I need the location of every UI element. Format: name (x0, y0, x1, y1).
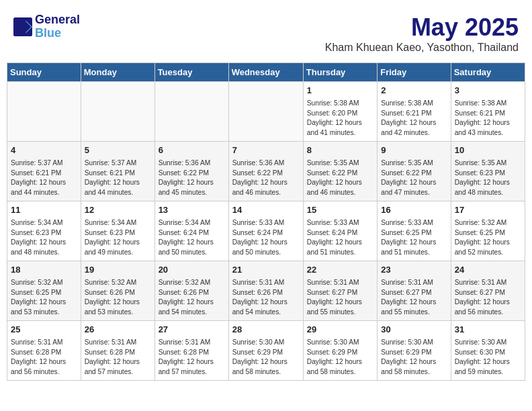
calendar-cell: 10Sunrise: 5:35 AM Sunset: 6:23 PM Dayli… (451, 141, 525, 201)
calendar-cell (81, 82, 154, 142)
day-number: 12 (85, 204, 151, 217)
day-number: 1 (307, 85, 373, 97)
calendar-cell: 28Sunrise: 5:30 AM Sunset: 6:29 PM Dayli… (228, 320, 303, 380)
svg-rect-0 (13, 17, 32, 36)
day-of-week-header: Thursday (303, 63, 377, 82)
day-number: 11 (11, 204, 77, 217)
day-content: Sunrise: 5:37 AM Sunset: 6:21 PM Dayligh… (11, 158, 77, 198)
day-content: Sunrise: 5:38 AM Sunset: 6:21 PM Dayligh… (455, 99, 521, 138)
day-of-week-header: Sunday (7, 63, 81, 82)
calendar-cell: 19Sunrise: 5:32 AM Sunset: 6:26 PM Dayli… (81, 261, 154, 320)
calendar-cell: 14Sunrise: 5:33 AM Sunset: 6:24 PM Dayli… (228, 201, 303, 261)
day-content: Sunrise: 5:36 AM Sunset: 6:22 PM Dayligh… (159, 158, 225, 198)
day-number: 4 (11, 144, 77, 157)
main-title: May 2025 (325, 13, 519, 42)
calendar-cell: 13Sunrise: 5:34 AM Sunset: 6:24 PM Dayli… (154, 201, 228, 261)
day-number: 23 (381, 264, 447, 277)
day-content: Sunrise: 5:32 AM Sunset: 6:26 PM Dayligh… (85, 278, 151, 318)
calendar-cell: 2Sunrise: 5:38 AM Sunset: 6:21 PM Daylig… (378, 82, 451, 142)
day-content: Sunrise: 5:31 AM Sunset: 6:27 PM Dayligh… (455, 278, 521, 318)
day-content: Sunrise: 5:31 AM Sunset: 6:26 PM Dayligh… (232, 278, 300, 318)
logo: General Blue (13, 13, 80, 40)
day-content: Sunrise: 5:38 AM Sunset: 6:20 PM Dayligh… (307, 99, 373, 138)
calendar-week-row: 25Sunrise: 5:31 AM Sunset: 6:28 PM Dayli… (7, 320, 525, 380)
day-number: 19 (85, 264, 151, 277)
calendar-week-row: 18Sunrise: 5:32 AM Sunset: 6:25 PM Dayli… (7, 261, 525, 320)
calendar-cell: 25Sunrise: 5:31 AM Sunset: 6:28 PM Dayli… (7, 320, 81, 380)
day-content: Sunrise: 5:32 AM Sunset: 6:25 PM Dayligh… (11, 278, 77, 318)
day-number: 24 (455, 264, 521, 277)
day-content: Sunrise: 5:34 AM Sunset: 6:23 PM Dayligh… (11, 218, 77, 258)
calendar-cell: 22Sunrise: 5:31 AM Sunset: 6:27 PM Dayli… (303, 261, 377, 320)
day-number: 10 (455, 144, 521, 157)
logo-icon (13, 17, 32, 36)
logo-text: General Blue (35, 13, 80, 40)
day-number: 6 (159, 144, 225, 157)
day-number: 8 (307, 144, 373, 157)
day-number: 22 (307, 264, 373, 277)
day-content: Sunrise: 5:38 AM Sunset: 6:21 PM Dayligh… (381, 99, 447, 138)
day-number: 16 (381, 204, 447, 217)
day-number: 18 (11, 264, 77, 277)
day-content: Sunrise: 5:31 AM Sunset: 6:27 PM Dayligh… (381, 278, 447, 318)
day-of-week-header: Tuesday (154, 63, 228, 82)
calendar-cell: 1Sunrise: 5:38 AM Sunset: 6:20 PM Daylig… (303, 82, 377, 142)
day-content: Sunrise: 5:30 AM Sunset: 6:29 PM Dayligh… (381, 338, 447, 377)
calendar-cell: 8Sunrise: 5:35 AM Sunset: 6:22 PM Daylig… (303, 141, 377, 201)
calendar-cell: 23Sunrise: 5:31 AM Sunset: 6:27 PM Dayli… (378, 261, 451, 320)
day-content: Sunrise: 5:30 AM Sunset: 6:29 PM Dayligh… (232, 338, 300, 377)
day-number: 5 (85, 144, 151, 157)
day-number: 13 (159, 204, 225, 217)
subtitle: Kham Khuean Kaeo, Yasothon, Thailand (325, 42, 519, 54)
calendar-cell: 18Sunrise: 5:32 AM Sunset: 6:25 PM Dayli… (7, 261, 81, 320)
day-number: 29 (307, 324, 373, 336)
calendar-cell: 6Sunrise: 5:36 AM Sunset: 6:22 PM Daylig… (154, 141, 228, 201)
day-number: 14 (232, 204, 300, 217)
day-content: Sunrise: 5:35 AM Sunset: 6:22 PM Dayligh… (307, 158, 373, 198)
day-number: 17 (455, 204, 521, 217)
day-content: Sunrise: 5:33 AM Sunset: 6:24 PM Dayligh… (307, 218, 373, 258)
calendar-cell: 7Sunrise: 5:36 AM Sunset: 6:22 PM Daylig… (228, 141, 303, 201)
calendar-cell: 17Sunrise: 5:32 AM Sunset: 6:25 PM Dayli… (451, 201, 525, 261)
day-number: 3 (455, 85, 521, 97)
day-number: 31 (455, 324, 521, 336)
day-of-week-header: Monday (81, 63, 154, 82)
day-number: 30 (381, 324, 447, 336)
calendar-week-row: 4Sunrise: 5:37 AM Sunset: 6:21 PM Daylig… (7, 141, 525, 201)
day-number: 7 (232, 144, 300, 157)
day-content: Sunrise: 5:37 AM Sunset: 6:21 PM Dayligh… (85, 158, 151, 198)
calendar-cell: 5Sunrise: 5:37 AM Sunset: 6:21 PM Daylig… (81, 141, 154, 201)
calendar-week-row: 11Sunrise: 5:34 AM Sunset: 6:23 PM Dayli… (7, 201, 525, 261)
day-number: 26 (85, 324, 151, 336)
calendar-cell: 26Sunrise: 5:31 AM Sunset: 6:28 PM Dayli… (81, 320, 154, 380)
calendar-week-row: 1Sunrise: 5:38 AM Sunset: 6:20 PM Daylig… (7, 82, 525, 142)
day-content: Sunrise: 5:34 AM Sunset: 6:23 PM Dayligh… (85, 218, 151, 258)
calendar-cell: 16Sunrise: 5:33 AM Sunset: 6:25 PM Dayli… (378, 201, 451, 261)
calendar-cell: 15Sunrise: 5:33 AM Sunset: 6:24 PM Dayli… (303, 201, 377, 261)
calendar-cell: 20Sunrise: 5:32 AM Sunset: 6:26 PM Dayli… (154, 261, 228, 320)
day-content: Sunrise: 5:30 AM Sunset: 6:29 PM Dayligh… (307, 338, 373, 377)
title-block: May 2025 Kham Khuean Kaeo, Yasothon, Tha… (325, 13, 519, 54)
day-content: Sunrise: 5:33 AM Sunset: 6:24 PM Dayligh… (232, 218, 300, 258)
day-of-week-header: Wednesday (228, 63, 303, 82)
calendar-cell: 3Sunrise: 5:38 AM Sunset: 6:21 PM Daylig… (451, 82, 525, 142)
day-number: 27 (159, 324, 225, 336)
day-content: Sunrise: 5:31 AM Sunset: 6:28 PM Dayligh… (85, 338, 151, 377)
calendar-cell (7, 82, 81, 142)
calendar-cell: 24Sunrise: 5:31 AM Sunset: 6:27 PM Dayli… (451, 261, 525, 320)
day-content: Sunrise: 5:31 AM Sunset: 6:27 PM Dayligh… (307, 278, 373, 318)
calendar-table: SundayMondayTuesdayWednesdayThursdayFrid… (7, 62, 525, 381)
calendar-cell (228, 82, 303, 142)
day-number: 20 (159, 264, 225, 277)
calendar-cell: 27Sunrise: 5:31 AM Sunset: 6:28 PM Dayli… (154, 320, 228, 380)
day-content: Sunrise: 5:32 AM Sunset: 6:26 PM Dayligh… (159, 278, 225, 318)
calendar-cell: 11Sunrise: 5:34 AM Sunset: 6:23 PM Dayli… (7, 201, 81, 261)
calendar-cell: 30Sunrise: 5:30 AM Sunset: 6:29 PM Dayli… (378, 320, 451, 380)
day-content: Sunrise: 5:35 AM Sunset: 6:23 PM Dayligh… (455, 158, 521, 198)
day-content: Sunrise: 5:31 AM Sunset: 6:28 PM Dayligh… (11, 338, 77, 377)
day-of-week-header: Saturday (451, 63, 525, 82)
day-content: Sunrise: 5:36 AM Sunset: 6:22 PM Dayligh… (232, 158, 300, 198)
day-content: Sunrise: 5:30 AM Sunset: 6:30 PM Dayligh… (455, 338, 521, 377)
day-of-week-header: Friday (378, 63, 451, 82)
page-header: General Blue May 2025 Kham Khuean Kaeo, … (7, 7, 525, 57)
